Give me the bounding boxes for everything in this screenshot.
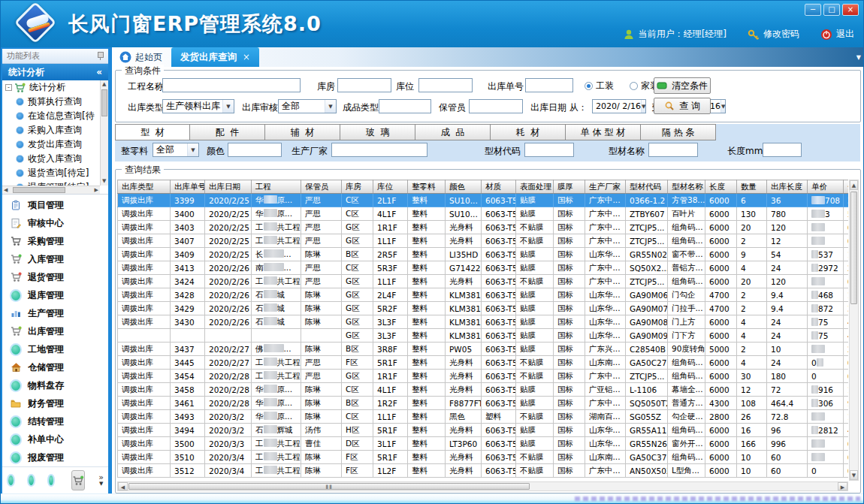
table-row[interactable]: 调拨出库34612020/2/28华原...陈琳B区1R2F整料F8877FT6… (118, 397, 849, 410)
column-header-工程[interactable]: 工程 (252, 180, 301, 194)
cell[interactable]: 南... (252, 261, 301, 275)
cell[interactable]: 180 (767, 370, 808, 383)
cell[interactable]: 2020/2/27 (205, 343, 252, 356)
cell[interactable]: 整料 (408, 437, 446, 451)
cell[interactable]: 国标 (554, 370, 585, 383)
cell[interactable]: 陈琳 (301, 410, 342, 424)
whole-piece-select[interactable]: 全部▼ (153, 143, 199, 157)
cell[interactable]: 4 (737, 315, 767, 329)
tree-item-发货出库查询[interactable]: 发货出库查询 (2, 137, 100, 152)
cell[interactable]: 4L1F (373, 207, 408, 221)
cell[interactable]: 54 (767, 248, 808, 261)
cell[interactable]: 严思 (301, 275, 342, 288)
cell[interactable]: 陈琳 (301, 315, 342, 329)
cell[interactable]: 6000 (705, 464, 737, 478)
cell[interactable] (205, 329, 252, 343)
cell[interactable]: 不贴膜 (516, 275, 554, 288)
cell[interactable]: 72.8 (767, 410, 808, 424)
cell[interactable]: 整料 (408, 315, 446, 329)
cell[interactable]: 3L3F (373, 315, 408, 329)
cell[interactable]: G区 (342, 234, 373, 248)
sidebar-item-审核中心[interactable]: 审核中心 (2, 214, 108, 232)
table-row[interactable]: 调拨出库34072020/2/25工共工程严思G区1L1F整料光身料6063-T… (118, 234, 849, 248)
cell[interactable]: 468 (808, 288, 844, 302)
cell[interactable]: 华原... (252, 397, 301, 410)
cell[interactable]: ZTBY607 (626, 207, 668, 221)
cell[interactable]: 6063-T5 (482, 437, 516, 451)
cell[interactable]: 国标 (554, 315, 585, 329)
cell[interactable]: 不贴膜 (516, 451, 554, 464)
cell[interactable]: 调拨出库 (118, 343, 171, 356)
cell[interactable]: 贴膜 (516, 288, 554, 302)
cell[interactable]: 1R1F (373, 370, 408, 383)
cell[interactable]: 光身料 (446, 370, 482, 383)
results-vertical-scrollbar[interactable]: ▲ ▼ (849, 180, 859, 481)
cell[interactable]: 6063-T5 (482, 248, 516, 261)
material-tab-辅材[interactable]: 辅 材 (265, 124, 340, 140)
cell[interactable]: 2 (737, 302, 767, 315)
cell[interactable]: 光身料 (446, 464, 482, 478)
cell[interactable]: 6063-T5 (482, 451, 516, 464)
cell[interactable]: L型角... (668, 464, 705, 478)
cell[interactable]: 不贴膜 (516, 464, 554, 478)
cell[interactable]: 3424 (171, 275, 205, 288)
cell[interactable]: 6063-T5 (482, 261, 516, 275)
results-horizontal-scrollbar[interactable]: ◀ ▮▮ ▶ (117, 481, 848, 491)
cell[interactable]: 2020/2/28 (205, 397, 252, 410)
cell[interactable]: 6000 (705, 248, 737, 261)
cell[interactable]: 20 (737, 221, 767, 234)
column-header-长度[interactable]: 长度 (705, 180, 737, 194)
cell[interactable]: 2020/3/2 (205, 410, 252, 424)
sidebar-item-项目管理[interactable]: 项目管理 (2, 196, 108, 214)
cell[interactable]: 工共工程 (252, 437, 301, 451)
tree-item-退库管理[待定][interactable]: 退库管理[待定] (2, 180, 100, 186)
cell[interactable]: 3403 (171, 221, 205, 234)
cell[interactable]: 门上方 (668, 315, 705, 329)
cell[interactable]: 0 (808, 356, 844, 370)
keeper-input[interactable] (469, 99, 523, 113)
cell[interactable]: 国标 (554, 302, 585, 315)
cell[interactable]: 国标 (554, 397, 585, 410)
cell[interactable]: 长... (252, 248, 301, 261)
cell[interactable]: SG055Z (626, 410, 668, 424)
column-header-数量[interactable]: 数量 (737, 180, 767, 194)
cell[interactable]: ZTCJP5... (626, 370, 668, 383)
cell[interactable]: B区 (342, 248, 373, 261)
cell[interactable]: 整料 (408, 207, 446, 221)
outbound-type-select[interactable]: 生产领料出库▼ (162, 99, 234, 113)
cell[interactable]: 4700 (705, 302, 737, 315)
cell[interactable]: 调拨出库 (118, 397, 171, 410)
cell[interactable]: 2 (737, 234, 767, 248)
cell[interactable]: 陈琳 (301, 248, 342, 261)
cell[interactable]: 5R1F (373, 356, 408, 370)
collapsed-menu-icon[interactable] (49, 475, 54, 485)
cell[interactable]: 3430 (171, 315, 205, 329)
table-row[interactable]: 调拨出库34932020/3/2华原...陈琳C区1L1F整料黑色塑料不贴膜国标… (118, 410, 849, 424)
cell[interactable]: C区 (342, 194, 373, 207)
material-tab-耗材[interactable]: 耗 材 (491, 124, 566, 140)
warehouse-input[interactable] (337, 78, 391, 92)
search-button[interactable]: 查 询 (654, 98, 711, 114)
cell[interactable]: 贴膜 (516, 248, 554, 261)
cell[interactable]: 120 (767, 221, 808, 234)
cell[interactable]: 20 (737, 275, 767, 288)
cell[interactable]: 国标 (554, 343, 585, 356)
cell[interactable]: 6063-T5 (482, 315, 516, 329)
cell[interactable]: 调拨出库 (118, 288, 171, 302)
table-row[interactable]: 调拨出库34032020/2/25工共工程严思G区1R1F整料光身料6063-T… (118, 221, 849, 234)
collapsed-menu-icon[interactable] (8, 475, 14, 485)
cell[interactable]: 国标 (554, 437, 585, 451)
cell[interactable]: 整料 (408, 234, 446, 248)
cell[interactable]: 整料 (408, 288, 446, 302)
cell[interactable]: 6063-T5 (482, 194, 516, 207)
cell[interactable]: KLM3817 (446, 288, 482, 302)
cell[interactable]: 6063-T5 (482, 221, 516, 234)
cell[interactable]: 工共工程 (252, 275, 301, 288)
cell[interactable]: 12 (767, 234, 808, 248)
cell[interactable]: 国标 (554, 207, 585, 221)
table-row[interactable]: 调拨出库34092020/2/25长...陈琳B区2R5F整料LI35HD606… (118, 248, 849, 261)
cell[interactable]: 光身料 (446, 356, 482, 370)
cell[interactable]: 130 (737, 207, 767, 221)
cell[interactable]: 调拨出库 (118, 207, 171, 221)
cell[interactable]: 组角码... (668, 234, 705, 248)
